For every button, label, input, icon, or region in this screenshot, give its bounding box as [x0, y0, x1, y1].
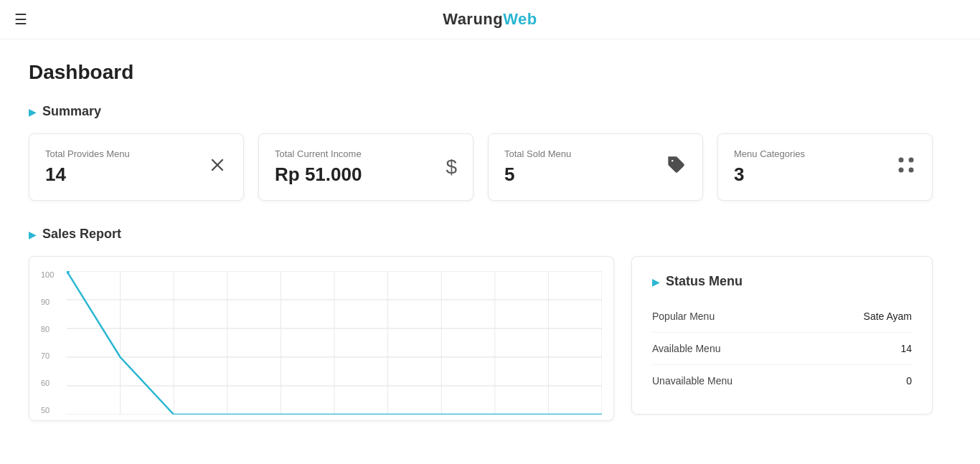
card-label-provides: Total Provides Menu: [45, 148, 130, 159]
y-label-60: 60: [41, 379, 54, 387]
brand-warung-text: Warung: [443, 10, 503, 28]
sales-report-row: 100 90 80 70 60 50: [29, 256, 933, 421]
status-value-popular: Sate Ayam: [814, 300, 912, 333]
hamburger-menu[interactable]: ☰: [14, 11, 27, 28]
status-menu-card: ▶ Status Menu Popular Menu Sate Ayam Ava…: [631, 256, 933, 415]
svg-point-4: [909, 158, 914, 163]
chart-y-labels: 100 90 80 70 60 50: [41, 271, 54, 415]
brand-web-text: Web: [503, 10, 537, 28]
sales-report-section-header: ▶ Sales Report: [29, 227, 933, 242]
status-menu-title: Status Menu: [666, 274, 743, 289]
status-value-available: 14: [814, 333, 912, 365]
card-menu-categories: Menu Categories 3: [717, 133, 933, 201]
chart-svg-wrapper: [67, 271, 602, 415]
page-title: Dashboard: [29, 61, 933, 84]
card-value-provides: 14: [45, 164, 130, 186]
card-label-income: Total Current Income: [275, 148, 362, 159]
status-label-unavailable: Unavailable Menu: [652, 365, 814, 397]
summary-cards-row: Total Provides Menu 14 Total Current Inc…: [29, 133, 933, 201]
y-label-70: 70: [41, 352, 54, 360]
y-label-90: 90: [41, 298, 54, 306]
status-menu-arrow-icon: ▶: [652, 276, 660, 288]
card-left-income: Total Current Income Rp 51.000: [275, 148, 362, 186]
chart-area: 100 90 80 70 60 50: [41, 271, 602, 415]
svg-point-3: [899, 158, 904, 163]
utensils-icon: [207, 155, 227, 179]
card-total-provides-menu: Total Provides Menu 14: [29, 133, 244, 201]
chart-svg: [67, 271, 602, 415]
status-label-popular: Popular Menu: [652, 300, 814, 333]
card-left-provides: Total Provides Menu 14: [45, 148, 130, 186]
svg-point-5: [899, 168, 904, 173]
card-value-income: Rp 51.000: [275, 164, 362, 186]
status-value-unavailable: 0: [814, 365, 912, 397]
card-left-categories: Menu Categories 3: [734, 148, 805, 186]
brand-logo: WarungWeb: [443, 10, 537, 29]
svg-point-6: [909, 168, 914, 173]
sales-report-section-title: Sales Report: [42, 227, 121, 242]
card-label-sold: Total Sold Menu: [504, 148, 571, 159]
category-icon: [896, 155, 916, 179]
summary-arrow-icon: ▶: [29, 106, 37, 118]
dollar-icon: $: [446, 156, 457, 179]
status-table: Popular Menu Sate Ayam Available Menu 14…: [652, 300, 912, 397]
summary-section-header: ▶ Summary: [29, 104, 933, 119]
status-row-popular: Popular Menu Sate Ayam: [652, 300, 912, 333]
y-label-50: 50: [41, 407, 54, 415]
card-left-sold: Total Sold Menu 5: [504, 148, 571, 186]
card-label-categories: Menu Categories: [734, 148, 805, 159]
summary-section-title: Summary: [42, 104, 101, 119]
card-value-sold: 5: [504, 164, 571, 186]
status-menu-header: ▶ Status Menu: [652, 274, 912, 289]
y-label-80: 80: [41, 326, 54, 333]
status-label-available: Available Menu: [652, 333, 814, 365]
sales-chart-container: 100 90 80 70 60 50: [29, 256, 614, 421]
tag-icon: [666, 155, 687, 179]
status-row-available: Available Menu 14: [652, 333, 912, 365]
card-total-sold-menu: Total Sold Menu 5: [488, 133, 703, 201]
status-row-unavailable: Unavailable Menu 0: [652, 365, 912, 397]
sales-report-arrow-icon: ▶: [29, 229, 37, 240]
card-total-current-income: Total Current Income Rp 51.000 $: [258, 133, 473, 201]
y-label-100: 100: [41, 271, 54, 279]
main-content: Dashboard ▶ Summary Total Provides Menu …: [0, 39, 961, 442]
top-nav: ☰ WarungWeb: [0, 0, 980, 39]
card-value-categories: 3: [734, 164, 805, 186]
